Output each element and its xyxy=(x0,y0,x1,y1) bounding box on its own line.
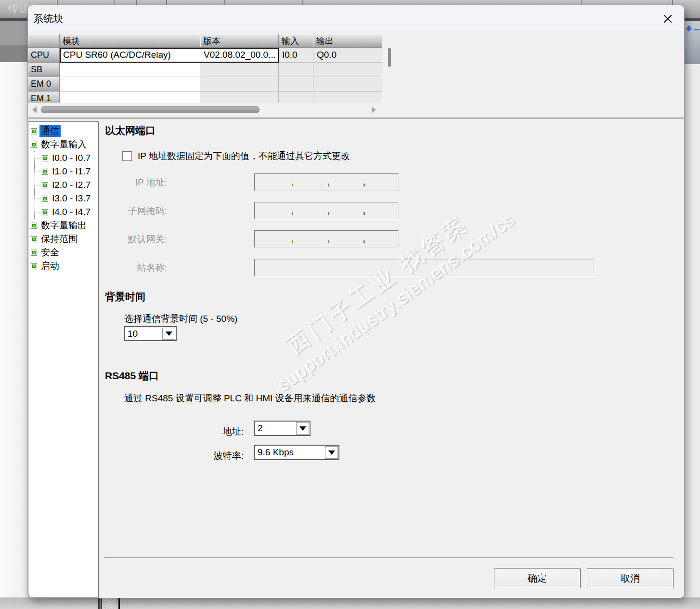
station-name-field xyxy=(254,259,595,276)
ip-address-row: IP 地址: xyxy=(28,173,606,191)
tree-node-icon xyxy=(31,128,37,134)
baud-rate-label: 波特率: xyxy=(207,450,244,462)
address-label: 地址: xyxy=(218,425,244,438)
tree-node-icon xyxy=(42,196,48,202)
table-corner-cell xyxy=(28,34,60,48)
ip-fixed-checkbox-label: IP 地址数据固定为下面的值，不能通过其它方式更改 xyxy=(138,150,350,162)
sb-module-cell[interactable] xyxy=(60,63,200,77)
cancel-button[interactable]: 取消 xyxy=(587,568,674,588)
sb-output-cell xyxy=(313,63,382,77)
rs485-description: 通过 RS485 设置可调整 PLC 和 HMI 设备用来通信的通信参数 xyxy=(124,392,376,405)
horizontal-scrollbar[interactable] xyxy=(28,105,382,114)
footer-separator xyxy=(104,557,674,558)
pane-separator xyxy=(28,118,684,119)
ip-fixed-checkbox[interactable] xyxy=(122,151,132,161)
system-block-dialog: 系统块 模块 版本 输入 输出 CPU CPU SR60 (AC/DC/Rela… xyxy=(27,5,685,598)
ethernet-port-heading: 以太网端口 xyxy=(105,124,156,137)
background-panel xyxy=(0,62,27,597)
scroll-right-arrow-icon[interactable] xyxy=(372,106,376,113)
siemens-watermark: 西门子工业 找答案 support.industry.siemens.com/c… xyxy=(257,190,512,395)
background-panel xyxy=(0,45,27,62)
screen: 传送 系统块 模块 版本 输入 输出 CPU CPU SR60 (AC/DC/R… xyxy=(0,0,700,609)
em0-module-cell[interactable] xyxy=(60,77,200,92)
splitter-handle xyxy=(98,597,102,609)
chevron-down-icon xyxy=(328,450,335,455)
background-time-heading: 背景时间 xyxy=(105,290,145,304)
column-header-output: 输出 xyxy=(313,34,382,48)
em1-version-cell xyxy=(200,92,279,103)
cpu-module-cell[interactable]: CPU SR60 (AC/DC/Relay) xyxy=(60,48,200,63)
dialog-title: 系统块 xyxy=(33,12,64,26)
ok-button[interactable]: 确定 xyxy=(494,568,581,588)
row-header-em0: EM 0 xyxy=(28,77,60,92)
row-header-sb: SB xyxy=(28,63,60,77)
sb-input-cell xyxy=(279,63,313,77)
ip-address-field xyxy=(254,173,399,191)
station-name-label: 站名称: xyxy=(137,262,167,274)
address-select[interactable]: 2 xyxy=(254,421,311,436)
default-gateway-label: 默认网关: xyxy=(128,233,167,246)
tree-item-i0[interactable]: I0.0 - I0.7 xyxy=(35,151,98,165)
em0-version-cell xyxy=(200,77,279,92)
em0-input-cell xyxy=(279,77,313,92)
tree-node-icon xyxy=(31,142,37,148)
scroll-left-arrow-icon[interactable] xyxy=(32,106,37,113)
row-header-cpu: CPU xyxy=(28,48,60,63)
ip-address-label: IP 地址: xyxy=(135,176,167,189)
tree-node-icon xyxy=(31,250,37,256)
subnet-mask-field xyxy=(254,202,399,219)
row-header-em1: EM 1 xyxy=(28,92,60,103)
column-header-version: 版本 xyxy=(200,34,279,48)
background-statusbar xyxy=(0,597,700,609)
tree-node-icon xyxy=(42,155,48,161)
station-name-row: 站名称: xyxy=(28,259,606,276)
column-header-input: 输入 xyxy=(279,34,313,48)
chevron-down-icon xyxy=(166,331,172,336)
background-panel xyxy=(0,21,27,45)
subnet-mask-row: 子网掩码: xyxy=(28,202,606,219)
subnet-mask-label: 子网掩码: xyxy=(128,205,167,217)
tree-item-communication[interactable]: 通信 xyxy=(28,124,98,138)
background-time-label: 选择通信背景时间 (5 - 50%) xyxy=(124,313,237,325)
background-time-value: 10 xyxy=(125,327,162,340)
em1-output-cell xyxy=(313,92,382,103)
settings-tree: 通信 数字量输入 I0.0 - I0.7 I1.0 - I1.7 xyxy=(28,121,99,598)
cpu-input-cell: I0.0 xyxy=(279,48,313,63)
cpu-version-cell[interactable]: V02.08.02_00.0... xyxy=(200,48,279,63)
dropdown-button[interactable] xyxy=(296,422,309,435)
upload-icon xyxy=(686,25,692,29)
horizontal-scrollbar-thumb[interactable] xyxy=(41,106,259,113)
dropdown-button[interactable] xyxy=(162,328,175,340)
cpu-output-cell: Q0.0 xyxy=(313,48,382,63)
background-panel xyxy=(684,64,700,597)
ip-fixed-checkbox-row: IP 地址数据固定为下面的值，不能通过其它方式更改 xyxy=(122,150,350,162)
close-button[interactable] xyxy=(661,12,674,26)
column-header-module: 模块 xyxy=(60,34,200,48)
upload-icon xyxy=(687,29,690,31)
default-gateway-field xyxy=(254,230,399,248)
tree-node-icon xyxy=(31,223,37,229)
chevron-down-icon xyxy=(299,426,306,431)
em1-input-cell xyxy=(279,92,313,103)
baud-rate-select[interactable]: 9.6 Kbps xyxy=(254,445,339,460)
module-table: 模块 版本 输入 输出 CPU CPU SR60 (AC/DC/Relay) V… xyxy=(28,34,382,103)
baud-rate-value: 9.6 Kbps xyxy=(255,446,324,459)
em0-output-cell xyxy=(313,77,382,92)
dash-icon xyxy=(694,29,700,30)
address-value: 2 xyxy=(255,422,296,435)
default-gateway-row: 默认网关: xyxy=(28,230,606,248)
dropdown-button[interactable] xyxy=(325,446,338,459)
dialog-title-bar: 系统块 xyxy=(28,5,684,31)
background-time-select[interactable]: 10 xyxy=(124,326,177,341)
splitter-hatch xyxy=(103,597,116,609)
cursor-line xyxy=(118,597,120,609)
sb-version-cell xyxy=(200,63,279,77)
tree-item-digital-inputs[interactable]: 数字量输入 xyxy=(28,138,98,151)
em1-module-cell[interactable] xyxy=(60,92,200,103)
rs485-port-heading: RS485 端口 xyxy=(105,369,159,383)
vertical-scrollbar-thumb[interactable] xyxy=(388,48,391,67)
tree-item-security[interactable]: 安全 xyxy=(28,246,98,259)
